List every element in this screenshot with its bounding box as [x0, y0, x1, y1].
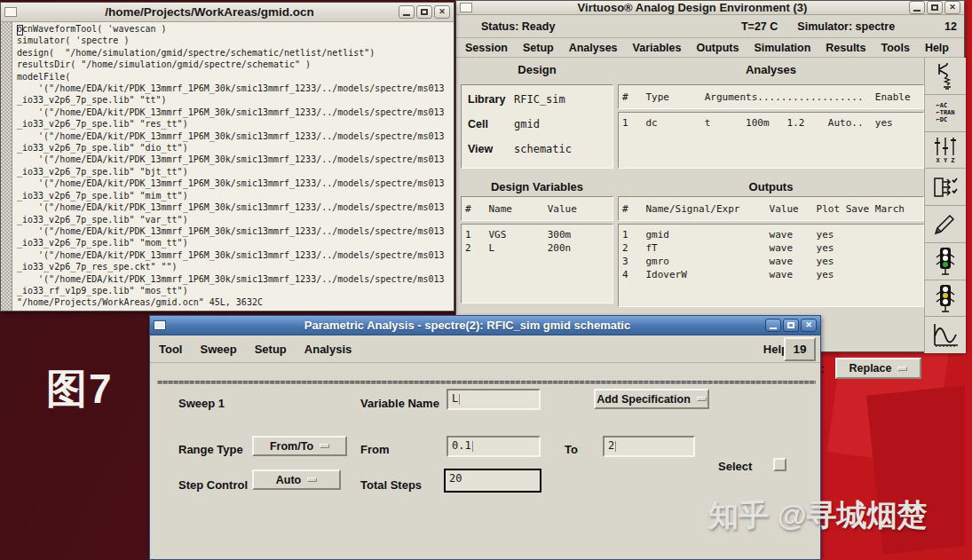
menu-help[interactable]: Help — [925, 42, 949, 54]
select-checkbox[interactable] — [773, 458, 786, 471]
scrollbar[interactable] — [1, 22, 12, 311]
design-header: Design — [461, 63, 613, 76]
screen: Virtuoso® Analog Design Environment (3) … — [0, 0, 972, 560]
maximize-button[interactable] — [416, 5, 432, 19]
plot-outputs-button[interactable] — [925, 317, 966, 353]
ade-status-bar: Status: Ready T=27 C Simulator: spectre … — [456, 15, 964, 38]
edit-variables-button[interactable]: X Y Z — [925, 132, 966, 170]
background-red-strip — [965, 0, 972, 560]
option-menu-dash-icon — [307, 477, 317, 482]
variables-xyz-icon: X Y Z — [933, 136, 958, 164]
analyses-columns: # Type Arguments.................. Enabl… — [618, 84, 924, 109]
menu-results[interactable]: Results — [826, 42, 865, 54]
window-menu-icon[interactable] — [4, 7, 17, 17]
plotting-mode-select[interactable]: Replace — [835, 358, 921, 379]
step-control-select[interactable]: Auto — [252, 469, 341, 490]
total-steps-label: Total Steps — [360, 478, 422, 492]
temperature-text: T=27 C — [741, 20, 778, 33]
traffic-light-green-icon — [934, 246, 957, 276]
ade-titlebar[interactable]: Virtuoso® Analog Design Environment (3) … — [456, 1, 964, 15]
terminal-content[interactable]: ocnWaveformTool( 'wavescan ) simulator( … — [1, 22, 454, 311]
ade-menubar: Session Setup Analyses Variables Outputs… — [456, 38, 964, 58]
variable-name-input[interactable]: L — [446, 389, 541, 410]
ade-title: Virtuoso® Analog Design Environment (3) — [476, 1, 909, 14]
menu-analysis[interactable]: Analysis — [304, 343, 352, 356]
choose-design-button[interactable] — [925, 58, 966, 95]
parametric-titlebar[interactable]: Parametric Analysis - spectre(2): RFIC_s… — [150, 316, 820, 335]
status-text: Status: Ready — [481, 20, 555, 33]
ade-window: Virtuoso® Analog Design Environment (3) … — [455, 0, 965, 352]
design-variables-list[interactable]: 1 VGS 300m 2 L 200n — [461, 224, 613, 304]
traffic-light-yellow-icon — [934, 283, 957, 313]
maximize-button[interactable] — [783, 319, 799, 332]
parametric-menubar: Tool Sweep Setup Analysis Help 19 — [150, 335, 820, 363]
library-label: Library — [468, 93, 514, 106]
window-count-badge: 19 — [784, 337, 816, 361]
watermark: 知乎 @寻城烟楚 — [708, 495, 928, 536]
terminal-text: ocnWaveformTool( 'wavescan ) simulator( … — [12, 22, 445, 311]
analyses-list[interactable]: 1 dc t 100m 1.2 Auto.. yes — [618, 112, 924, 169]
menu-tool[interactable]: Tool — [159, 343, 182, 356]
add-specification-button[interactable]: Add Specification — [594, 389, 709, 409]
transistor-icon — [932, 61, 959, 90]
menu-simulation[interactable]: Simulation — [754, 42, 810, 54]
window-menu-icon[interactable] — [460, 3, 472, 12]
outputs-columns: # Name/Signal/Expr Value Plot Save March — [618, 196, 924, 221]
outputs-header: Outputs — [618, 180, 924, 193]
close-button[interactable]: ✕ — [434, 5, 450, 19]
ade-main: Design Analyses Design Variables Outputs… — [456, 58, 964, 353]
window-menu-icon[interactable] — [154, 320, 166, 330]
view-label: View — [468, 143, 514, 155]
outputs-icon — [932, 174, 959, 201]
to-input[interactable]: 2 — [603, 436, 695, 457]
menu-variables[interactable]: Variables — [633, 42, 682, 54]
minimize-button[interactable] — [399, 5, 415, 19]
cell-value[interactable]: gmid — [514, 118, 540, 130]
menu-setup[interactable]: Setup — [255, 343, 287, 356]
to-label: To — [565, 443, 578, 456]
from-input[interactable]: 0.1 — [446, 436, 541, 457]
cell-label: Cell — [468, 118, 514, 130]
figure-label: 图7 — [46, 362, 114, 417]
sweep-label: Sweep 1 — [178, 397, 225, 410]
menu-analyses[interactable]: Analyses — [569, 42, 618, 54]
maximize-button[interactable] — [927, 1, 943, 14]
menu-outputs[interactable]: Outputs — [696, 42, 739, 54]
option-menu-dash-icon — [897, 367, 907, 371]
variable-name-label: Variable Name — [360, 397, 439, 410]
terminal-titlebar[interactable]: /home/Projects/WorkAreas/gmid.ocn ✕ — [1, 3, 454, 22]
total-steps-input[interactable]: 20 — [444, 469, 541, 493]
minimize-button[interactable] — [909, 1, 925, 14]
view-value[interactable]: schematic — [514, 143, 572, 155]
text-cursor — [17, 25, 23, 35]
pencil-icon — [932, 210, 959, 237]
design-variables-columns: # Name Value — [461, 196, 613, 221]
simulator-text: Simulator: spectre — [797, 20, 895, 33]
session-count: 12 — [944, 20, 957, 33]
menu-setup[interactable]: Setup — [523, 42, 554, 54]
minimize-button[interactable] — [765, 319, 781, 332]
outputs-list[interactable]: 1 gmid wave yes 2 fT wave yes 3 gmro wav… — [618, 224, 924, 307]
stop-simulation-button[interactable] — [925, 280, 966, 318]
menu-sweep[interactable]: Sweep — [200, 343, 236, 356]
close-button[interactable]: ✕ — [944, 1, 960, 14]
library-value[interactable]: RFIC_sim — [514, 93, 565, 106]
from-label: From — [360, 443, 390, 456]
analyses-header: Analyses — [618, 63, 924, 76]
design-panel: Library RFIC_sim Cell gmid View schemati… — [461, 84, 613, 169]
setup-outputs-button[interactable] — [925, 169, 966, 206]
menu-session[interactable]: Session — [465, 42, 508, 54]
waveform-icon — [931, 322, 960, 349]
choose-analyses-button[interactable]: ⌐AC ⌐TRAN ⌐DC — [925, 95, 966, 132]
range-type-label: Range Type — [178, 443, 243, 456]
menu-tools[interactable]: Tools — [881, 42, 909, 54]
ade-toolbar: ⌐AC ⌐TRAN ⌐DC X Y Z — [924, 58, 966, 353]
separator-line: ========================================… — [157, 377, 816, 388]
range-type-select[interactable]: From/To — [252, 436, 347, 456]
netlist-button[interactable] — [925, 206, 966, 243]
terminal-window: /home/Projects/WorkAreas/gmid.ocn ✕ ocnW… — [0, 2, 454, 312]
run-simulation-button[interactable] — [925, 243, 966, 280]
option-menu-dash-icon — [320, 444, 329, 448]
design-variables-header: Design Variables — [461, 180, 613, 193]
close-button[interactable]: ✕ — [801, 319, 817, 332]
